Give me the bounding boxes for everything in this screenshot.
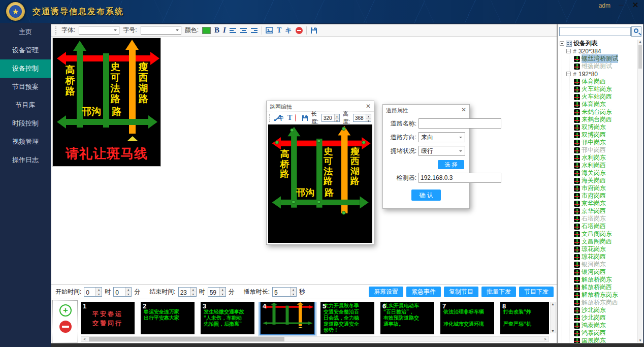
node-handle[interactable]: [275, 141, 279, 144]
tree-device[interactable]: 市府岗西: [559, 192, 637, 200]
search-button[interactable]: [631, 26, 641, 37]
tree-device[interactable]: 火车站岗西: [559, 93, 637, 101]
sidebar-item-4[interactable]: 节目预案: [0, 78, 51, 96]
tree-device[interactable]: 水利岗东: [559, 154, 637, 162]
playlist-item-4[interactable]: 4: [261, 302, 314, 334]
font-size-select[interactable]: [141, 26, 181, 35]
sidebar-item-3[interactable]: 设备控制: [0, 59, 51, 78]
road-name-input[interactable]: [418, 118, 501, 129]
tree-device[interactable]: 解放桥东岗东: [559, 291, 637, 299]
node-handle[interactable]: [342, 211, 346, 214]
height-input[interactable]: [353, 114, 366, 121]
text-tool-icon[interactable]: T: [277, 26, 281, 35]
playlist-item-5[interactable]: 大力开展秋冬季交通安全整治百日会战，全力稳定道路交通安全形势！5: [320, 302, 374, 334]
sidebar-item-5[interactable]: 节目库: [0, 96, 51, 114]
tree-device[interactable]: 海关岗西: [559, 177, 637, 184]
duration-input[interactable]: [273, 288, 290, 296]
tree-root[interactable]: 设备列表: [559, 40, 637, 47]
tree-device[interactable]: 石塔岗西: [559, 223, 637, 230]
tree-device[interactable]: 邗中岗西: [559, 146, 637, 154]
action-button[interactable]: 紧急事件: [406, 287, 441, 297]
tree-device[interactable]: 海关岗东: [559, 169, 637, 177]
tree-device[interactable]: 国展岗东: [559, 337, 637, 343]
device-search-input[interactable]: [559, 27, 631, 36]
dialog-titlebar[interactable]: 道路属性 ✕: [383, 105, 469, 115]
align-center-icon[interactable]: [240, 27, 247, 33]
playlist-item-8[interactable]: 打击改装“炸 严查严惩“机8: [500, 302, 549, 334]
tree-device[interactable]: 来鹤台岗东: [559, 108, 637, 116]
bold-button[interactable]: B: [214, 26, 219, 35]
collapse-icon[interactable]: [560, 41, 564, 46]
tree-device[interactable]: 螺丝湾桥测试: [559, 55, 637, 62]
tree-scrollbar[interactable]: ▲▼: [637, 40, 642, 342]
node-handle[interactable]: [290, 128, 294, 132]
detector-input[interactable]: [418, 173, 501, 183]
start-minute-input[interactable]: [114, 288, 125, 296]
end-hour-stepper[interactable]: ▲▼: [178, 287, 197, 297]
start-minute-stepper[interactable]: ▲▼: [113, 287, 132, 297]
playlist-item-7[interactable]: 依法治理非标车辆 净化城市交通环境7: [440, 302, 494, 334]
node-handle[interactable]: [317, 200, 321, 204]
align-right-icon[interactable]: [251, 27, 258, 33]
action-button[interactable]: 屏幕设置: [369, 287, 403, 297]
height-stepper[interactable]: ▲▼: [353, 114, 371, 122]
duration-stepper[interactable]: ▲▼: [272, 287, 297, 297]
tree-device[interactable]: 京华岗西: [559, 207, 637, 215]
tree-device[interactable]: 双博岗东: [559, 123, 637, 131]
road-direction-select[interactable]: 来向: [418, 132, 465, 142]
tree-device[interactable]: 维扬岗测试: [559, 62, 637, 70]
sidebar-item-1[interactable]: 主页: [0, 23, 51, 41]
tree-device[interactable]: 琼花岗东: [559, 245, 637, 253]
tree-device[interactable]: 双博岗西: [559, 131, 637, 139]
tree-device[interactable]: 石塔岗东: [559, 215, 637, 223]
select-button[interactable]: 选 择: [438, 160, 464, 169]
length-stepper[interactable]: ▲▼: [321, 114, 340, 122]
sidebar-item-8[interactable]: 操作日志: [0, 151, 51, 169]
tree-device[interactable]: 银河岗东: [559, 261, 637, 268]
action-button[interactable]: 批量下发: [481, 287, 516, 297]
color-swatch[interactable]: [202, 27, 211, 34]
playlist-item-2[interactable]: 春运安全连万家出行平安靠大家2: [141, 302, 195, 334]
tree-device[interactable]: 银河岗西: [559, 268, 637, 276]
scroll-right-arrow[interactable]: >: [542, 337, 549, 341]
end-hour-input[interactable]: [179, 288, 190, 296]
line-tool-icon[interactable]: [274, 114, 275, 121]
length-input[interactable]: [322, 114, 334, 121]
playlist-vertical-scrollbar[interactable]: ▲▼: [550, 302, 556, 333]
sidebar-item-7[interactable]: 视频管理: [0, 133, 51, 151]
playlist-item-1[interactable]: 平安春运交警同行1: [81, 302, 135, 334]
start-hour-input[interactable]: [84, 288, 95, 296]
editor-canvas[interactable]: 高桥路 史可法路 瘦西湖路 邗沟 路 请礼让斑马线: [268, 124, 372, 243]
tree-device[interactable]: 沙北岗西: [559, 314, 637, 322]
tree-device[interactable]: 水利岗西: [559, 162, 637, 169]
node-handle[interactable]: [362, 141, 366, 144]
confirm-button[interactable]: 确 认: [411, 190, 441, 201]
sidebar-item-6[interactable]: 时段控制: [0, 114, 51, 133]
close-icon[interactable]: ✕: [631, 1, 640, 10]
insert-image-icon[interactable]: [266, 27, 273, 34]
scroll-left-arrow[interactable]: <: [81, 337, 88, 341]
node-handle[interactable]: [342, 127, 346, 131]
playlist-item-6[interactable]: 扎实开展电动车“百日整治”，有效预防道路交通事故。6: [380, 302, 434, 334]
delete-icon[interactable]: [296, 27, 303, 34]
scrollbar-thumb[interactable]: [89, 337, 284, 341]
tree-device[interactable]: 邗中岗东: [559, 139, 637, 146]
tree-device[interactable]: 解放桥岗东: [559, 276, 637, 283]
tree-device[interactable]: 鸿泰岗东: [559, 322, 637, 329]
italic-button[interactable]: I: [223, 26, 226, 35]
close-icon[interactable]: ✕: [461, 106, 466, 113]
collapse-icon[interactable]: [566, 49, 571, 53]
tree-group[interactable]: #192*80: [559, 70, 637, 78]
tree-device[interactable]: 京华岗东: [559, 200, 637, 207]
dialog-titlebar[interactable]: 路网编辑 ✕: [267, 101, 374, 111]
sidebar-item-2[interactable]: 设备管理: [0, 41, 51, 59]
tree-device[interactable]: 来鹤台岗西: [559, 116, 637, 123]
tree-device[interactable]: 体育岗西: [559, 78, 637, 85]
minimize-icon[interactable]: ─: [617, 1, 626, 9]
tree-device[interactable]: 琼花岗西: [559, 253, 637, 261]
tree-device[interactable]: 市府岗东: [559, 184, 637, 192]
tree-device[interactable]: 文昌阁岗东: [559, 230, 637, 238]
collapse-icon[interactable]: [566, 72, 571, 76]
playlist-item-3[interactable]: 发生轻微交通事故“人未伤，车能动先拍照，后撤离”3: [201, 302, 254, 334]
road-network-icon[interactable]: キ: [285, 26, 292, 35]
